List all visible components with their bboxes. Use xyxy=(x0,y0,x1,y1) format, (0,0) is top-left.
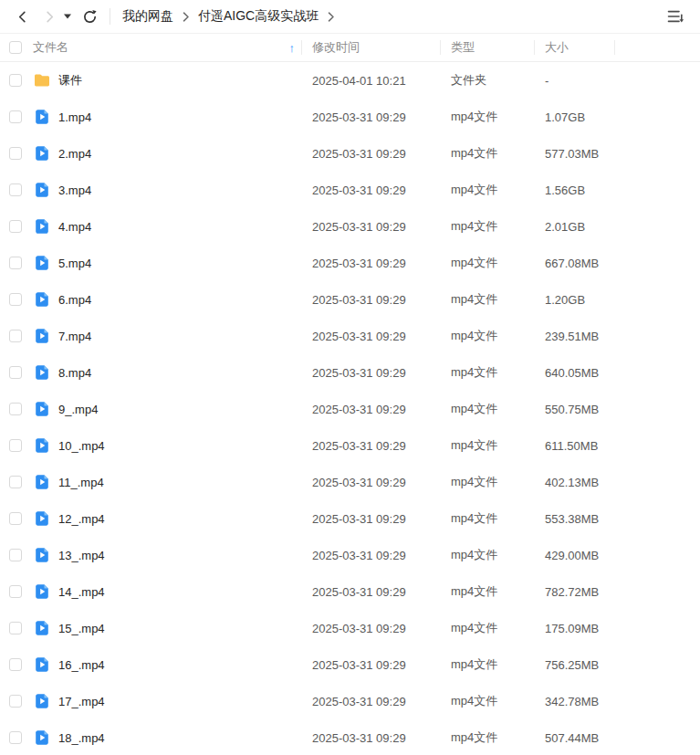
row-checkbox[interactable] xyxy=(9,439,22,452)
file-name[interactable]: 15_.mp4 xyxy=(58,622,105,635)
table-row[interactable]: 13_.mp4 2025-03-31 09:29 mp4文件 429.00MB xyxy=(0,537,700,573)
table-row[interactable]: 7.mp4 2025-03-31 09:29 mp4文件 239.51MB xyxy=(0,318,700,354)
row-checkbox[interactable] xyxy=(9,74,22,87)
table-row[interactable]: 课件 2025-04-01 10:21 文件夹 - xyxy=(0,62,700,99)
row-checkbox[interactable] xyxy=(9,585,22,598)
column-header-name[interactable]: 文件名 ↑ xyxy=(0,34,301,61)
select-all-checkbox[interactable] xyxy=(9,41,22,54)
row-checkbox[interactable] xyxy=(9,147,22,160)
sort-order-button[interactable] xyxy=(665,6,685,26)
column-header-type[interactable]: 类型 xyxy=(440,34,534,61)
size-cell: 507.44MB xyxy=(534,731,614,745)
table-row[interactable]: 2.mp4 2025-03-31 09:29 mp4文件 577.03MB xyxy=(0,135,700,172)
row-checkbox[interactable] xyxy=(9,731,22,744)
table-row[interactable]: 15_.mp4 2025-03-31 09:29 mp4文件 175.09MB xyxy=(0,610,700,646)
row-checkbox[interactable] xyxy=(9,293,22,306)
file-name-cell: 2.mp4 xyxy=(0,135,301,172)
size-cell: 550.75MB xyxy=(534,403,614,416)
file-name[interactable]: 14_.mp4 xyxy=(58,585,105,599)
history-dropdown-button[interactable] xyxy=(62,7,73,26)
row-checkbox[interactable] xyxy=(9,549,22,561)
table-row[interactable]: 17_.mp4 2025-03-31 09:29 mp4文件 342.78MB xyxy=(0,683,700,719)
caret-down-icon xyxy=(64,14,71,19)
row-checkbox[interactable] xyxy=(9,110,22,123)
file-name[interactable]: 10_.mp4 xyxy=(58,439,105,453)
type-cell: mp4文件 xyxy=(440,109,534,125)
table-row[interactable]: 3.mp4 2025-03-31 09:29 mp4文件 1.56GB xyxy=(0,172,700,208)
file-name[interactable]: 5.mp4 xyxy=(58,257,91,270)
row-checkbox[interactable] xyxy=(9,257,22,269)
row-checkbox[interactable] xyxy=(9,476,22,488)
video-file-icon xyxy=(33,582,51,601)
table-header: 文件名 ↑ 修改时间 类型 大小 xyxy=(0,34,700,62)
file-name[interactable]: 13_.mp4 xyxy=(58,549,105,562)
column-header-size[interactable]: 大小 xyxy=(534,34,614,61)
file-name[interactable]: 9_.mp4 xyxy=(58,403,98,416)
file-name[interactable]: 6.mp4 xyxy=(58,293,91,307)
file-name[interactable]: 7.mp4 xyxy=(58,330,91,343)
video-file-icon xyxy=(33,363,51,382)
type-cell: mp4文件 xyxy=(440,182,534,198)
file-name[interactable]: 16_.mp4 xyxy=(58,658,105,672)
file-name[interactable]: 11_.mp4 xyxy=(58,476,104,489)
forward-button[interactable] xyxy=(40,7,58,26)
size-cell: 239.51MB xyxy=(534,330,614,343)
table-row[interactable]: 4.mp4 2025-03-31 09:29 mp4文件 2.01GB xyxy=(0,208,700,245)
breadcrumb-item-current[interactable]: 付遥AIGC高级实战班 xyxy=(198,8,319,25)
table-row[interactable]: 9_.mp4 2025-03-31 09:29 mp4文件 550.75MB xyxy=(0,391,700,427)
table-row[interactable]: 1.mp4 2025-03-31 09:29 mp4文件 1.07GB xyxy=(0,99,700,135)
row-checkbox[interactable] xyxy=(9,658,22,671)
file-name[interactable]: 18_.mp4 xyxy=(58,731,105,745)
file-name-cell: 17_.mp4 xyxy=(0,683,301,719)
file-name[interactable]: 2.mp4 xyxy=(58,147,91,161)
file-name[interactable]: 4.mp4 xyxy=(58,220,91,234)
row-checkbox[interactable] xyxy=(9,512,22,525)
table-row[interactable]: 12_.mp4 2025-03-31 09:29 mp4文件 553.38MB xyxy=(0,500,700,537)
video-file-icon xyxy=(33,729,51,747)
sort-ascending-icon[interactable]: ↑ xyxy=(289,42,296,54)
table-row[interactable]: 8.mp4 2025-03-31 09:29 mp4文件 640.05MB xyxy=(0,354,700,391)
row-checkbox[interactable] xyxy=(9,330,22,342)
type-cell: mp4文件 xyxy=(440,291,534,308)
row-checkbox[interactable] xyxy=(9,366,22,379)
file-name[interactable]: 课件 xyxy=(58,72,82,89)
row-checkbox[interactable] xyxy=(9,403,22,415)
file-name[interactable]: 8.mp4 xyxy=(58,366,91,380)
type-cell: mp4文件 xyxy=(440,547,534,563)
file-name[interactable]: 3.mp4 xyxy=(58,184,91,197)
modified-cell: 2025-03-31 09:29 xyxy=(301,330,440,343)
table-row[interactable]: 5.mp4 2025-03-31 09:29 mp4文件 667.08MB xyxy=(0,245,700,281)
size-cell: 667.08MB xyxy=(534,257,614,270)
row-checkbox[interactable] xyxy=(9,220,22,233)
table-row[interactable]: 14_.mp4 2025-03-31 09:29 mp4文件 782.72MB xyxy=(0,573,700,610)
row-checkbox[interactable] xyxy=(9,622,22,634)
table-row[interactable]: 6.mp4 2025-03-31 09:29 mp4文件 1.20GB xyxy=(0,281,700,318)
size-cell: 1.56GB xyxy=(534,184,614,197)
row-checkbox[interactable] xyxy=(9,695,22,708)
modified-cell: 2025-03-31 09:29 xyxy=(301,439,440,453)
type-cell: mp4文件 xyxy=(440,729,534,746)
breadcrumb-item-my-drive[interactable]: 我的网盘 xyxy=(122,8,173,25)
file-name-cell: 13_.mp4 xyxy=(0,537,301,573)
table-row[interactable]: 16_.mp4 2025-03-31 09:29 mp4文件 756.25MB xyxy=(0,646,700,683)
column-header-modified[interactable]: 修改时间 xyxy=(301,34,440,61)
modified-cell: 2025-03-31 09:29 xyxy=(301,110,440,124)
table-row[interactable]: 10_.mp4 2025-03-31 09:29 mp4文件 611.50MB xyxy=(0,427,700,464)
column-label-size[interactable]: 大小 xyxy=(545,39,569,56)
column-label-name[interactable]: 文件名 xyxy=(33,39,68,56)
type-cell: mp4文件 xyxy=(440,474,534,490)
row-checkbox[interactable] xyxy=(9,184,22,196)
size-cell: 611.50MB xyxy=(534,439,614,453)
column-label-type[interactable]: 类型 xyxy=(451,39,475,56)
back-button[interactable] xyxy=(13,7,31,26)
column-label-modified[interactable]: 修改时间 xyxy=(312,39,360,56)
file-name[interactable]: 17_.mp4 xyxy=(58,695,105,708)
file-name-cell: 11_.mp4 xyxy=(0,464,301,500)
video-file-icon xyxy=(33,619,51,637)
table-row[interactable]: 18_.mp4 2025-03-31 09:29 mp4文件 507.44MB xyxy=(0,719,700,755)
refresh-button[interactable] xyxy=(80,7,99,26)
file-name[interactable]: 12_.mp4 xyxy=(58,512,105,526)
table-row[interactable]: 11_.mp4 2025-03-31 09:29 mp4文件 402.13MB xyxy=(0,464,700,500)
modified-cell: 2025-03-31 09:29 xyxy=(301,403,440,416)
file-name[interactable]: 1.mp4 xyxy=(58,110,91,124)
